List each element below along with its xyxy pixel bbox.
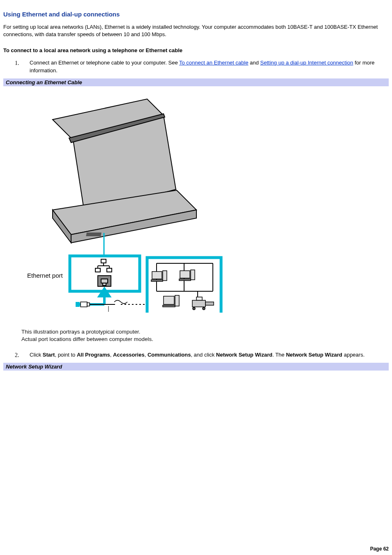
step-1: Connect an Ethernet or telephone cable t… [22,59,389,74]
page-title: Using Ethernet and dial-up connections [3,11,389,18]
bold-all-programs: All Programs [77,352,110,358]
svg-rect-35 [152,272,162,279]
laptop-ethernet-illustration-icon: Ethernet port Ethernet cable [20,95,225,313]
bold-network-setup-wizard-2: Network Setup Wizard [286,352,342,358]
svg-rect-40 [179,279,191,281]
svg-rect-6 [86,233,101,236]
svg-rect-42 [163,305,175,307]
bold-start: Start [43,352,55,358]
link-connect-ethernet-cable[interactable]: To connect an Ethernet cable [179,60,248,66]
svg-rect-38 [180,271,190,278]
svg-rect-41 [164,296,174,304]
label-ethernet-port: Ethernet port [27,272,63,279]
figure-bar-ethernet: Connecting an Ethernet Cable [3,78,389,87]
svg-rect-22 [76,302,80,307]
svg-rect-17 [101,279,108,283]
figure-bar-network-wizard: Network Setup Wizard [3,363,389,371]
figure-ethernet-diagram: Ethernet port Ethernet cable [3,87,389,321]
caption-line-1: This illustration portrays a prototypica… [21,328,389,336]
svg-rect-39 [191,270,195,280]
label-ethernet: Ethernet [102,312,126,313]
illustration-caption: This illustration portrays a prototypica… [21,328,389,343]
svg-rect-44 [192,300,205,307]
svg-rect-23 [81,302,87,307]
svg-rect-24 [87,303,90,306]
link-setup-dialup[interactable]: Setting up a dial-up Internet connection [260,60,353,66]
intro-paragraph: For setting up local area networks (LANs… [3,23,389,38]
step-1-text-pre: Connect an Ethernet or telephone cable t… [30,60,179,66]
caption-line-2: Actual port locations differ between com… [21,336,389,343]
step-1-text-mid: and [248,60,260,66]
bold-network-setup-wizard: Network Setup Wizard [216,352,272,358]
svg-rect-45 [196,297,202,300]
svg-rect-18 [103,283,106,286]
svg-rect-36 [163,271,167,281]
svg-rect-37 [151,280,163,281]
procedure-heading: To connect to a local area network using… [3,47,389,53]
step-2: Click Start, point to All Programs, Acce… [22,351,389,359]
svg-point-48 [203,307,205,310]
svg-rect-46 [205,302,214,305]
page-number: Page 62 [370,546,389,552]
svg-point-47 [193,307,195,310]
svg-rect-43 [175,295,179,306]
bold-communications: Communications [148,352,191,358]
bold-accessories: Accessories [113,352,145,358]
